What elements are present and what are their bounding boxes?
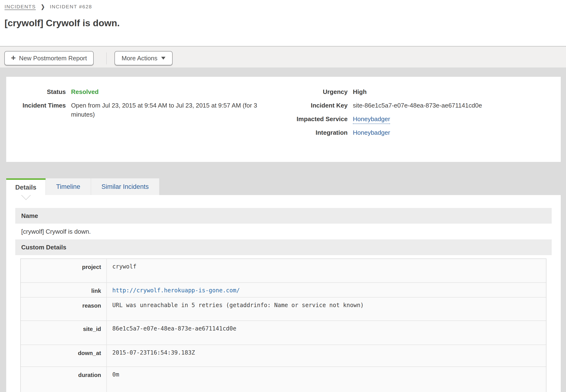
row-value: http://crywolf.herokuapp-is-gone.com/ — [107, 283, 546, 297]
row-value: 2015-07-23T16:54:39.183Z — [107, 345, 546, 366]
page-title: [crywolf] Crywolf is down. — [4, 18, 120, 28]
summary-right-column: Urgency High Incident Key site-86e1c5a7-… — [288, 87, 482, 142]
impacted-service-label: Impacted Service — [288, 114, 348, 124]
table-row-duration: duration 0m — [21, 367, 546, 392]
row-value: crywolf — [107, 259, 546, 282]
name-header: Name — [15, 208, 552, 224]
impacted-service-row: Impacted Service Honeybadger — [288, 114, 482, 124]
crywolf-url-link[interactable]: http://crywolf.herokuapp-is-gone.com/ — [112, 287, 240, 294]
table-row-reason: reason URL was unreachable in 5 retries … — [21, 298, 546, 321]
custom-details-header: Custom Details — [15, 239, 552, 255]
summary-left-column: Status Resolved Incident Times Open from… — [12, 87, 275, 124]
status-row: Status Resolved — [12, 87, 275, 96]
breadcrumb: INCIDENTS ❯ INCIDENT #628 — [4, 4, 92, 10]
urgency-label: Urgency — [288, 87, 348, 96]
integration-label: Integration — [288, 128, 348, 137]
row-key: duration — [21, 367, 107, 392]
status-value: Resolved — [71, 87, 99, 96]
table-row-down-at: down_at 2015-07-23T16:54:39.183Z — [21, 345, 546, 367]
toolbar: + New Postmortem Report More Actions — [0, 46, 566, 68]
impacted-service-link[interactable]: Honeybadger — [353, 115, 390, 124]
incident-key-row: Incident Key site-86e1c5a7-e07e-48ea-873… — [288, 101, 482, 110]
tab-timeline[interactable]: Timeline — [45, 178, 91, 195]
page-body: Status Resolved Incident Times Open from… — [0, 68, 566, 392]
toolbar-divider — [106, 53, 107, 64]
incident-times-value: Open from Jul 23, 2015 at 9:54 AM to Jul… — [71, 101, 275, 119]
incident-times-label: Incident Times — [12, 101, 66, 119]
row-value: 0m — [107, 367, 546, 392]
incident-summary-card: Status Resolved Incident Times Open from… — [6, 77, 561, 162]
breadcrumb-incidents-link[interactable]: INCIDENTS — [4, 4, 36, 10]
integration-link[interactable]: Honeybadger — [353, 129, 390, 136]
urgency-row: Urgency High — [288, 87, 482, 96]
row-key: project — [21, 259, 107, 282]
row-value: 86e1c5a7-e07e-48ea-873e-ae671141cd0e — [107, 321, 546, 345]
urgency-value: High — [353, 87, 367, 96]
name-value: [crywolf] Crywolf is down. — [15, 224, 552, 239]
detail-tabs: Details Timeline Similar Incidents — [6, 178, 160, 195]
tab-similar-incidents[interactable]: Similar Incidents — [91, 178, 160, 195]
new-postmortem-button[interactable]: + New Postmortem Report — [4, 51, 94, 65]
incident-key-label: Incident Key — [288, 101, 348, 110]
status-label: Status — [12, 87, 66, 96]
table-row-site-id: site_id 86e1c5a7-e07e-48ea-873e-ae671141… — [21, 321, 546, 345]
table-row-project: project crywolf — [21, 259, 546, 283]
row-key: site_id — [21, 321, 107, 345]
row-key: link — [21, 283, 107, 297]
chevron-right-icon: ❯ — [41, 3, 45, 10]
row-key: down_at — [21, 345, 107, 366]
row-key: reason — [21, 298, 107, 321]
more-actions-button[interactable]: More Actions — [114, 51, 173, 65]
more-actions-label: More Actions — [122, 55, 157, 62]
caret-down-icon — [161, 57, 166, 60]
incident-key-value: site-86e1c5a7-e07e-48ea-873e-ae671141cd0… — [353, 101, 482, 110]
table-row-link: link http://crywolf.herokuapp-is-gone.co… — [21, 283, 546, 298]
breadcrumb-current: INCIDENT #628 — [50, 4, 92, 10]
page-header: INCIDENTS ❯ INCIDENT #628 [crywolf] Cryw… — [0, 0, 566, 46]
integration-row: Integration Honeybadger — [288, 128, 482, 137]
row-value: URL was unreachable in 5 retries (getadd… — [107, 298, 546, 321]
details-panel: Name [crywolf] Crywolf is down. Custom D… — [6, 195, 561, 392]
custom-details-table: project crywolf link http://crywolf.hero… — [20, 258, 546, 392]
incident-times-row: Incident Times Open from Jul 23, 2015 at… — [12, 101, 275, 119]
new-postmortem-label: New Postmortem Report — [19, 55, 87, 62]
